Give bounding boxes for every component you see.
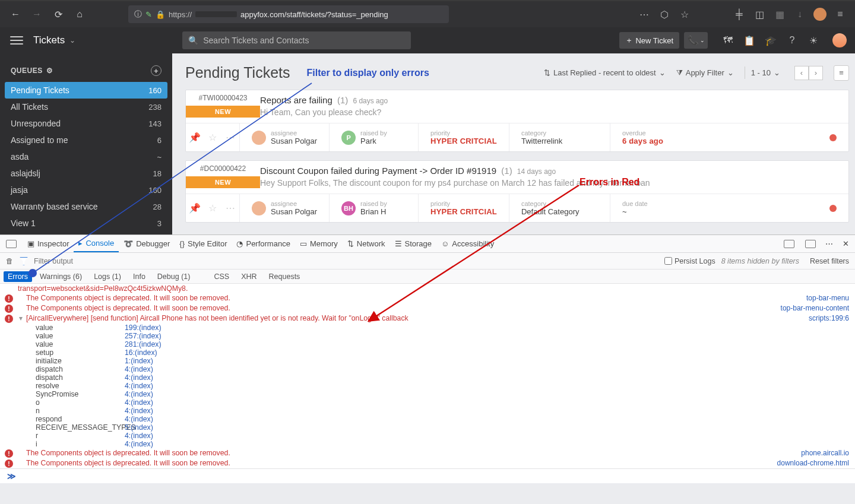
devtools-tab-accessibility[interactable]: ☺Accessibility — [436, 235, 499, 252]
devtools-tab-inspector[interactable]: ▣Inspector — [23, 235, 74, 252]
devtools-tab-storage[interactable]: ☰Storage — [390, 235, 437, 252]
console-category-debug[interactable]: Debug (1) — [153, 271, 195, 282]
extensions-icon[interactable]: ▦ — [772, 7, 787, 22]
console-category-requests[interactable]: Requests — [265, 271, 305, 282]
nav-forward-button[interactable]: → — [28, 6, 45, 23]
call-button[interactable]: 📞⌄ — [684, 32, 708, 49]
stack-loc[interactable]: 257:(index) — [125, 332, 162, 340]
page-range[interactable]: 1 - 10⌄ — [745, 66, 784, 79]
close-devtools-button[interactable]: ✕ — [843, 239, 849, 248]
ticket-title[interactable]: Discount Coupon failed during Payment ->… — [260, 166, 840, 176]
stack-loc[interactable]: 4:(index) — [125, 382, 153, 390]
console-prompt[interactable]: ≫ — [0, 468, 855, 483]
console-category-warnings[interactable]: Warnings (6) — [36, 271, 86, 282]
queue-item[interactable]: Assigned to me6 — [0, 132, 172, 148]
star-icon[interactable]: ☆ — [204, 202, 221, 214]
bookmark-star-icon[interactable]: ☆ — [677, 7, 692, 22]
stack-loc[interactable]: 4:(index) — [125, 373, 153, 382]
stack-loc[interactable]: 281:(index) — [125, 340, 162, 348]
queue-item[interactable]: aslajdslj18 — [0, 165, 172, 182]
stack-loc[interactable]: 4:(index) — [125, 407, 153, 415]
console-error-line[interactable]: transport=websocket&sid=Pel8wzQc4t5izkwN… — [0, 284, 855, 293]
gear-icon[interactable]: ⚙ — [46, 66, 53, 75]
account-avatar[interactable] — [812, 7, 828, 22]
main-menu-icon[interactable] — [0, 36, 33, 45]
ticket-card[interactable]: #TWI00000423NEWReports are failing (1) 6… — [185, 90, 849, 152]
map-icon[interactable]: 🗺 — [717, 35, 739, 46]
console-category-info[interactable]: Info — [129, 271, 150, 282]
more-icon[interactable]: ⋯ — [221, 132, 239, 143]
console-category-xhr[interactable]: XHR — [237, 271, 261, 282]
error-source-link[interactable]: top-bar-menu-content — [769, 304, 849, 312]
persist-logs-toggle[interactable]: Persist Logs — [664, 257, 715, 265]
console-category-logs[interactable]: Logs (1) — [90, 271, 125, 282]
stack-loc[interactable]: 16:(index) — [125, 348, 157, 357]
home-button[interactable]: ⌂ — [71, 6, 88, 23]
console-error-line[interactable]: !The Components object is deprecated. It… — [0, 448, 855, 458]
console-category-errors[interactable]: Errors — [4, 271, 32, 282]
queue-item[interactable]: Unresponded143 — [0, 115, 172, 132]
queue-item[interactable]: Warranty based service28 — [0, 198, 172, 215]
queue-item[interactable]: asda~ — [0, 148, 172, 165]
devtools-tab-network[interactable]: ⇅Network — [343, 235, 390, 252]
star-icon[interactable]: ☆ — [204, 132, 221, 143]
stack-loc[interactable]: 4:(index) — [125, 432, 153, 440]
list-view-toggle[interactable]: ≡ — [834, 65, 849, 81]
ticket-title[interactable]: Reports are failing (1) 6 days ago — [260, 95, 840, 105]
section-title[interactable]: Tickets⌄ — [33, 34, 75, 46]
console-error-line[interactable]: !▾[AircallEverywhere] [send function] Ai… — [0, 313, 855, 324]
app-menu-button[interactable]: ≡ — [832, 7, 848, 22]
queue-item[interactable]: All Tickets238 — [0, 99, 172, 115]
devtools-menu-icon[interactable]: ⋯ — [825, 239, 833, 248]
filter-icon[interactable] — [20, 257, 28, 265]
help-icon[interactable]: ? — [781, 35, 803, 46]
stack-loc[interactable]: 4:(index) — [125, 398, 153, 407]
education-icon[interactable]: 🎓 — [760, 35, 781, 46]
console-filter-input[interactable] — [34, 257, 127, 265]
user-avatar[interactable] — [832, 33, 847, 47]
stack-loc[interactable]: 199:(index) — [125, 324, 162, 332]
devtools-tab-style-editor[interactable]: {}Style Editor — [175, 235, 232, 252]
dock-side-icon[interactable] — [805, 240, 816, 248]
expand-toggle-icon[interactable]: ▾ — [19, 314, 23, 322]
queue-item[interactable]: View 13 — [0, 215, 172, 232]
pin-icon[interactable]: 📌 — [186, 202, 204, 214]
reset-filters-button[interactable]: Reset filters — [810, 257, 849, 265]
console-error-line[interactable]: !The Components object is deprecated. It… — [0, 458, 855, 468]
reload-button[interactable]: ⟳ — [50, 6, 66, 23]
console-error-line[interactable]: !The Components object is deprecated. It… — [0, 293, 855, 303]
devtools-tab-performance[interactable]: ◔Performance — [232, 235, 294, 252]
queue-item[interactable]: jasja160 — [0, 182, 172, 198]
sort-button[interactable]: ⇅Last Replied - recent to oldest⌄ — [540, 66, 669, 79]
pin-icon[interactable]: 📌 — [186, 132, 204, 143]
clear-console-button[interactable]: 🗑 — [6, 257, 14, 265]
clipboard-icon[interactable]: 📋 — [739, 35, 760, 46]
apply-filter-button[interactable]: ⧩Apply Filter⌄ — [673, 66, 737, 80]
pick-element-icon[interactable] — [6, 240, 17, 248]
nav-back-button[interactable]: ← — [7, 6, 24, 23]
global-search[interactable]: 🔍 Search Tickets and Contacts — [182, 31, 411, 49]
responsive-mode-icon[interactable] — [784, 240, 794, 248]
error-source-link[interactable]: phone.aircall.io — [789, 449, 849, 457]
queue-item[interactable]: Pending Tickets160 — [5, 82, 167, 99]
stack-loc[interactable]: 4:(index) — [125, 365, 153, 373]
stack-loc[interactable]: 4:(index) — [125, 415, 153, 423]
downloads-icon[interactable]: ↓ — [792, 7, 808, 22]
next-page-button[interactable]: › — [809, 66, 823, 80]
prev-page-button[interactable]: ‹ — [794, 66, 809, 80]
stack-loc[interactable]: 1:(index) — [125, 357, 153, 365]
library-icon[interactable]: ╪ — [732, 7, 747, 22]
devtools-tab-debugger[interactable]: ➰Debugger — [119, 235, 175, 252]
sidebar-icon[interactable]: ◫ — [752, 7, 767, 22]
page-actions-icon[interactable]: ⋯ — [636, 7, 652, 22]
stack-loc[interactable]: 5:(index) — [125, 423, 153, 432]
devtools-tab-console[interactable]: ▸Console — [74, 235, 119, 252]
error-source-link[interactable]: scripts:199:6 — [797, 314, 849, 322]
error-source-link[interactable]: top-bar-menu — [794, 294, 849, 302]
theme-icon[interactable]: ☀ — [803, 35, 824, 46]
stack-loc[interactable]: 4:(index) — [125, 440, 153, 448]
more-icon[interactable]: ⋯ — [221, 202, 239, 214]
new-ticket-button[interactable]: ＋New Ticket — [619, 32, 679, 49]
devtools-tab-memory[interactable]: ▭Memory — [295, 235, 343, 252]
console-category-css[interactable]: CSS — [210, 271, 233, 282]
